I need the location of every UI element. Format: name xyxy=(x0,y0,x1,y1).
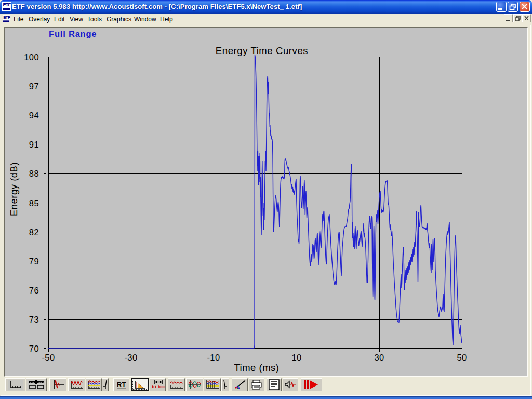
svg-text:RT: RT xyxy=(117,381,126,389)
